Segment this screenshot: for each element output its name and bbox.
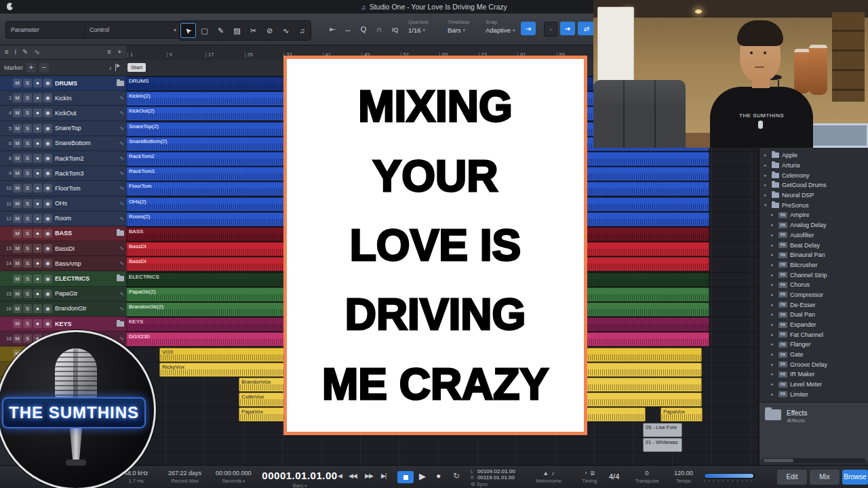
monitor-button[interactable]: ◉ [43,108,52,117]
arrow-tool[interactable]: ➤ [180,23,196,38]
browser-plugin[interactable]: ▸FXBitcrusher [760,260,868,270]
add-marker-button[interactable]: + [26,63,36,73]
browser-folder[interactable]: ▸Arturia [760,161,868,171]
time-signature[interactable]: 4/4 [609,472,619,481]
goto-end-button[interactable]: ▶| [381,472,386,479]
record-arm-button[interactable]: ● [33,154,42,163]
monitor-button[interactable]: ◉ [43,124,52,133]
browser-folder[interactable]: ▸Apple [760,150,868,161]
browser-folder[interactable]: ▸Neural DSP [760,190,868,201]
record-arm-button[interactable]: ● [33,94,42,102]
solo-button[interactable]: S [23,259,32,268]
monitor-button[interactable]: ◉ [43,94,52,102]
snap-control[interactable]: Snap Adaptive▾ [486,19,515,34]
track-options-icon[interactable]: ≡ [107,48,111,56]
mute-button[interactable]: M [13,259,22,268]
audio-region[interactable]: PapaVox [660,407,703,422]
range-tool[interactable]: ▢ [197,23,212,38]
mute-button[interactable]: M [13,94,22,102]
track-row[interactable]: 12MS●◉Room∿ [0,211,126,226]
edit-view-button[interactable]: Edit [777,470,807,485]
monitor-button[interactable]: ◉ [43,304,52,313]
record-arm-button[interactable]: ● [33,108,42,117]
mute-button[interactable]: M [13,274,22,283]
browser-plugin[interactable]: ▸FXLevel Meter [760,380,868,390]
monitor-button[interactable]: ◉ [43,259,52,268]
monitor-button[interactable]: ◉ [43,139,52,148]
parameter-dropdown[interactable]: Parameter▾ [5,21,92,39]
monitor-button[interactable]: ◉ [43,184,52,192]
listen-tool[interactable]: ♫ [294,23,310,38]
browser-plugin[interactable]: ▸FXLimiter [760,390,868,400]
add-track-icon[interactable]: + [117,48,121,56]
autoscroll-button[interactable]: ⇥ [521,22,536,35]
track-row[interactable]: MS●◉ELECTRICS [0,271,126,286]
browse-view-button[interactable]: Browse [842,470,868,485]
browser-folder[interactable]: ▾PreSonus [760,200,868,210]
list-menu-icon[interactable]: ≡ [5,48,9,56]
monitor-button[interactable]: ◉ [43,154,52,163]
mute-button[interactable]: M [13,199,22,208]
browser-plugin[interactable]: ▸FXChorus [760,280,868,290]
track-row[interactable]: MS●◉KEYS [0,317,126,331]
track-row[interactable]: 6MS●◉SnareBottom∿ [0,136,126,151]
solo-button[interactable]: S [23,214,32,223]
browser-plugin[interactable]: ▸FXChannel Strip [760,270,868,280]
browser-plugin[interactable]: ▸FXAnalog Delay [760,220,868,230]
record-arm-button[interactable]: ● [33,139,42,148]
solo-button[interactable]: S [23,154,32,163]
mute-button[interactable]: M [13,108,22,117]
solo-button[interactable]: S [23,79,32,87]
solo-button[interactable]: S [23,334,32,343]
mute-button[interactable]: M [13,139,22,148]
control-dropdown[interactable]: Control▾ [84,21,182,39]
solo-button[interactable]: S [23,304,32,313]
record-arm-button[interactable]: ● [33,319,42,328]
record-arm-button[interactable]: ● [33,169,42,178]
audio-region[interactable]: 05 - Live Fore [643,423,682,437]
timing-control[interactable]: ◔≣ Timing [574,470,605,484]
scrollbar-thumb[interactable] [764,459,793,462]
browser-plugin[interactable]: ▸FXIR Maker [760,369,868,380]
track-row[interactable]: MS●◉BASS [0,226,126,241]
solo-button[interactable]: S [23,139,32,148]
mute-button[interactable]: M [13,244,22,253]
solo-button[interactable]: S [23,94,32,102]
browser-folder[interactable]: ▸Celemony [760,170,868,180]
record-arm-button[interactable]: ● [33,289,42,298]
track-row[interactable]: 15MS●◉PapaGtr∿ [0,287,126,302]
stop-button[interactable] [397,471,414,483]
split-tool[interactable]: ✂ [245,23,261,38]
mute-button[interactable]: M [13,319,22,328]
browser-plugin[interactable]: ▸FXExpander [760,320,868,330]
edit-icon[interactable]: ✎ [22,48,28,56]
solo-button[interactable]: S [23,124,32,133]
track-row[interactable]: 8MS●◉RackTom2∿ [0,151,126,166]
quantize-control[interactable]: Quantize 1/16▾ [408,19,429,34]
browser-plugin[interactable]: ▸FXFat Channel [760,329,868,340]
mute-button[interactable]: M [13,184,22,192]
tempo-display[interactable]: 120.00 Tempo [667,470,700,484]
loop-button[interactable]: ↻ [453,471,460,481]
metronome-control[interactable]: ▲♪ Metronome [526,470,571,484]
record-button[interactable]: ● [436,471,441,481]
record-arm-button[interactable]: ● [33,244,42,253]
time-display[interactable]: 00:00:00.000 Seconds▾ [216,470,252,484]
solo-button[interactable]: S [23,108,32,117]
mute-button[interactable]: M [13,334,22,343]
monitor-button[interactable]: ◉ [43,199,52,208]
monitor-button[interactable]: ◉ [43,214,52,223]
mute-button[interactable]: M [13,79,22,87]
mix-view-button[interactable]: Mix [810,470,840,485]
browser-plugin[interactable]: ▸FXFlanger [760,340,868,350]
return-start-icon[interactable]: ⇤ [326,22,339,37]
monitor-button[interactable]: ◉ [43,229,52,238]
record-arm-button[interactable]: ● [33,214,42,223]
record-arm-button[interactable]: ● [33,229,42,238]
start-marker[interactable]: Start [127,63,146,72]
monitor-button[interactable]: ◉ [43,169,52,178]
track-row[interactable]: 4MS●◉KickOut∿ [0,106,126,121]
solo-button[interactable]: S [23,199,32,208]
mute-button[interactable]: M [13,124,22,133]
mute-button[interactable]: M [13,289,22,298]
